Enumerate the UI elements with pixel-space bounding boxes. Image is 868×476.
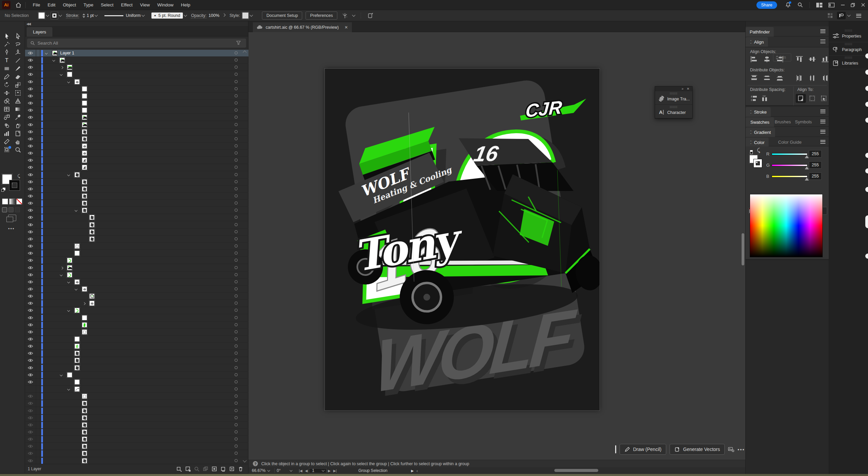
layer-thumbnail[interactable] xyxy=(67,65,72,70)
direct-selection-tool[interactable] xyxy=(12,32,23,40)
stroke-color-indicator[interactable] xyxy=(9,180,20,190)
visibility-eye-icon[interactable] xyxy=(28,251,34,256)
menu-select[interactable]: Select xyxy=(97,0,117,10)
reference-image-icon[interactable] xyxy=(728,446,734,452)
layer-thumbnail[interactable] xyxy=(82,100,87,106)
target-circle-icon[interactable] xyxy=(235,173,238,176)
clip-mask-icon[interactable] xyxy=(211,466,217,472)
last-artboard-icon[interactable]: ▶| xyxy=(333,469,337,473)
layer-thumbnail[interactable] xyxy=(82,158,87,163)
column-graph-tool[interactable] xyxy=(1,129,12,138)
space-h-button[interactable] xyxy=(760,94,770,103)
panel-edge-handle[interactable] xyxy=(865,187,868,192)
panel-tab-image-trace[interactable]: ||||||||Image Tra... xyxy=(655,91,692,105)
target-circle-icon[interactable] xyxy=(235,66,238,69)
mesh-tool[interactable] xyxy=(1,105,12,113)
visibility-eye-icon[interactable] xyxy=(28,51,34,55)
draw-pencil-button[interactable]: Draw (Pencil) xyxy=(620,444,666,455)
document-tab[interactable]: cartshirt.aic @ 66.67 % (RGB/Preview) ✕ xyxy=(253,22,352,32)
layer-row[interactable] xyxy=(25,293,248,300)
channel-slider[interactable] xyxy=(772,175,807,177)
target-circle-icon[interactable] xyxy=(235,323,238,326)
layer-thumbnail[interactable] xyxy=(89,293,95,299)
layer-thumbnail[interactable] xyxy=(74,358,80,363)
document-window-icon[interactable] xyxy=(828,1,835,9)
target-circle-icon[interactable] xyxy=(235,416,238,419)
arrange-documents-icon[interactable] xyxy=(816,1,823,9)
layer-row[interactable] xyxy=(25,229,248,236)
panel-menu-icon[interactable] xyxy=(820,29,825,33)
visibility-eye-icon[interactable] xyxy=(28,123,34,127)
layer-row[interactable] xyxy=(25,171,248,178)
channel-slider[interactable] xyxy=(772,153,807,155)
color-button[interactable] xyxy=(2,198,8,205)
target-circle-icon[interactable] xyxy=(235,259,238,262)
target-circle-icon[interactable] xyxy=(235,144,238,147)
layer-row[interactable] xyxy=(25,457,248,464)
layer-thumbnail[interactable] xyxy=(74,243,80,249)
target-circle-icon[interactable] xyxy=(235,430,238,433)
panel-edge-handle[interactable] xyxy=(865,53,868,58)
visibility-eye-icon[interactable] xyxy=(28,366,34,370)
layer-thumbnail[interactable] xyxy=(52,50,57,56)
layer-row[interactable] xyxy=(25,243,248,250)
layer-row[interactable] xyxy=(25,443,248,450)
chevron-down-icon[interactable] xyxy=(290,469,292,472)
target-circle-icon[interactable] xyxy=(235,452,238,455)
visibility-eye-icon[interactable] xyxy=(28,344,34,349)
expand-chevron-icon[interactable] xyxy=(45,52,48,54)
layer-thumbnail[interactable] xyxy=(82,136,87,142)
layer-row[interactable] xyxy=(25,372,248,379)
layer-thumbnail[interactable] xyxy=(89,215,95,220)
layer-row[interactable] xyxy=(25,429,248,436)
chevron-down-icon[interactable] xyxy=(847,14,851,17)
layer-thumbnail[interactable] xyxy=(89,236,95,242)
target-circle-icon[interactable] xyxy=(235,194,238,197)
tab-color[interactable]: ⌃⌄Color xyxy=(746,138,769,147)
target-circle-icon[interactable] xyxy=(235,123,238,126)
notifications-bell-icon[interactable] xyxy=(784,1,792,9)
target-circle-icon[interactable] xyxy=(235,51,238,54)
layer-row[interactable] xyxy=(25,164,248,171)
visibility-eye-icon[interactable] xyxy=(28,409,34,413)
layer-row[interactable] xyxy=(25,307,248,314)
duplicate-icon[interactable] xyxy=(202,466,208,472)
layer-thumbnail[interactable] xyxy=(67,272,72,278)
layer-row[interactable] xyxy=(25,357,248,364)
layer-thumbnail[interactable] xyxy=(82,315,87,320)
chevron-down-icon[interactable] xyxy=(58,14,62,17)
alignto-artboard-button[interactable] xyxy=(796,94,806,103)
target-circle-icon[interactable] xyxy=(235,344,238,348)
layer-thumbnail[interactable] xyxy=(82,115,87,120)
stroke-weight-stepper[interactable] xyxy=(82,14,85,18)
rotation-value[interactable]: 0° xyxy=(277,468,281,473)
panel-edge-handle[interactable] xyxy=(865,102,868,107)
layer-thumbnail[interactable] xyxy=(82,408,87,413)
visibility-eye-icon[interactable] xyxy=(28,423,34,427)
style-swatch[interactable] xyxy=(242,12,249,19)
target-circle-icon[interactable] xyxy=(235,201,238,205)
collapse-chevron-icon[interactable] xyxy=(83,302,86,305)
layer-row[interactable] xyxy=(25,157,248,164)
expand-chevron-icon[interactable] xyxy=(60,73,63,76)
target-circle-icon[interactable] xyxy=(235,187,238,190)
document-setup-button[interactable]: Document Setup xyxy=(262,11,302,20)
visibility-eye-icon[interactable] xyxy=(28,323,34,327)
slice-tool[interactable] xyxy=(1,138,12,146)
layer-row[interactable] xyxy=(25,57,248,64)
chevron-down-icon[interactable] xyxy=(95,14,98,17)
magic-wand-tool[interactable] xyxy=(1,40,12,48)
visibility-eye-icon[interactable] xyxy=(28,266,34,270)
visibility-eye-icon[interactable] xyxy=(28,201,34,206)
visibility-eye-icon[interactable] xyxy=(28,401,34,406)
layer-thumbnail[interactable] xyxy=(82,186,87,192)
layer-thumbnail[interactable] xyxy=(82,193,87,199)
panel-edge-handle[interactable] xyxy=(865,254,868,259)
minimize-button[interactable] xyxy=(838,0,848,10)
expand-chevron-icon[interactable] xyxy=(75,209,77,212)
layer-thumbnail[interactable] xyxy=(82,329,87,335)
visibility-eye-icon[interactable] xyxy=(28,72,34,77)
target-circle-icon[interactable] xyxy=(235,423,238,426)
layer-row[interactable] xyxy=(25,364,248,372)
tab-gradient[interactable]: ⌃⌄Gradient xyxy=(746,127,775,137)
